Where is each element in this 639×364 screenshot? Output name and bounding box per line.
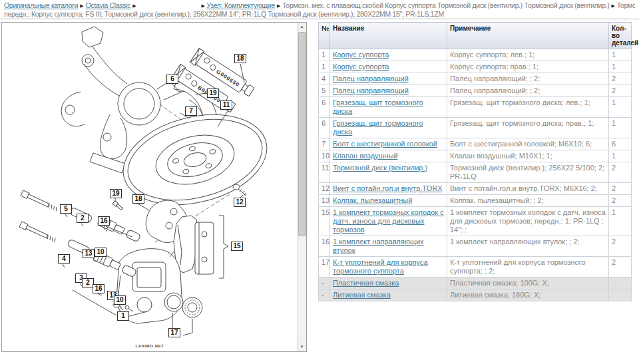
breadcrumb-detail-text: передн.; Корпус суппорта; FS III; Тормоз… bbox=[4, 10, 444, 18]
part-note: К-т уплотнений для корпуса тормозного су… bbox=[447, 257, 609, 277]
header-name: Название bbox=[330, 23, 447, 49]
part-label[interactable]: 18 bbox=[234, 54, 246, 63]
table-row: 4Палец направляющийПалец направляющий; ;… bbox=[319, 73, 632, 85]
table-row: 11Тормозной диск (вентилир.)Тормозной ди… bbox=[319, 162, 632, 183]
breadcrumb-line-1: Оригинальные каталоги▶Octavia Classic▶▶У… bbox=[4, 1, 635, 10]
row-number: 1 bbox=[319, 49, 330, 61]
part-label[interactable]: 16 bbox=[98, 216, 110, 226]
row-number: 16 bbox=[319, 236, 330, 257]
part-label[interactable]: 6 bbox=[166, 75, 178, 84]
watermark: LAXIMO.NET bbox=[2, 344, 298, 348]
diagram-panel: G000650 B000100 bbox=[1, 22, 307, 352]
row-number: 17 bbox=[319, 257, 330, 277]
part-name-link[interactable]: Грязезащ. щит тормозного диска bbox=[333, 119, 423, 136]
table-row: 161 комплект направляющих втулок1 компле… bbox=[319, 236, 632, 257]
part-qty: 1 bbox=[609, 150, 632, 162]
breadcrumb-link-node[interactable]: Узел: Комплектующие bbox=[207, 1, 275, 9]
part-label[interactable]: 17 bbox=[168, 328, 180, 337]
part-label[interactable]: 10 bbox=[95, 248, 106, 257]
breadcrumb-path-text: Тормозн. мех. с плавающ.скобой Корпус су… bbox=[282, 1, 609, 9]
part-name-link[interactable]: Литиевая смазка bbox=[333, 291, 391, 299]
table-row: 1Корпус суппортаКорпус суппорта; прав.; … bbox=[319, 61, 632, 73]
row-number: 6 bbox=[319, 97, 330, 118]
scrollbar-thumb[interactable] bbox=[298, 32, 306, 236]
row-number: - bbox=[319, 289, 330, 301]
part-label[interactable]: 13 bbox=[83, 249, 95, 258]
part-qty: 1 bbox=[609, 118, 632, 138]
part-name-link[interactable]: Клапан воздушный bbox=[333, 152, 398, 160]
breadcrumb-link-model[interactable]: Octavia Classic bbox=[85, 1, 130, 9]
breadcrumb-separator-icon: ▶ bbox=[201, 3, 204, 8]
scroll-down-icon[interactable]: ▼ bbox=[298, 343, 306, 351]
part-label[interactable]: 2 bbox=[77, 214, 89, 223]
part-name-link[interactable]: Колпак, пылезащитный bbox=[333, 196, 412, 204]
part-qty: 1 bbox=[609, 97, 632, 118]
part-label[interactable]: 7 bbox=[185, 106, 197, 116]
row-number: 5 bbox=[319, 85, 330, 97]
diagram-scrollbar[interactable]: ▲ ▼ bbox=[297, 23, 306, 351]
breadcrumb-separator-icon: ▶ bbox=[80, 3, 83, 8]
table-row: 6Грязезащ. щит тормозного дискаГрязезащ.… bbox=[319, 118, 632, 138]
breadcrumb-separator-icon: ▶ bbox=[612, 3, 615, 8]
part-qty: 1 bbox=[609, 207, 632, 236]
scroll-up-icon[interactable]: ▲ bbox=[298, 23, 306, 31]
part-note: Пластичная смазка; 100G; X; bbox=[447, 277, 609, 289]
row-number: 12 bbox=[319, 183, 330, 195]
guide-hardware-upper bbox=[21, 190, 141, 264]
part-label[interactable]: 1 bbox=[117, 311, 129, 321]
brake-pads bbox=[174, 216, 228, 278]
part-qty: 2 bbox=[609, 195, 632, 207]
parts-table: № Название Примечание Кол-во деталей 1Ко… bbox=[318, 22, 632, 301]
part-name-link[interactable]: Грязезащ. щит тормозного диска bbox=[333, 98, 423, 115]
header-qty: Кол-во деталей bbox=[609, 23, 632, 49]
part-label[interactable]: 12 bbox=[234, 198, 246, 207]
part-name-link[interactable]: Корпус суппорта bbox=[333, 63, 389, 71]
table-row: 10Клапан воздушныйКлапан воздушный; M10X… bbox=[319, 150, 632, 162]
breadcrumb-tail-text: Тормозн. мех. с плавающ.скобой; bbox=[617, 1, 635, 9]
breadcrumb-separator-icon: ▶ bbox=[132, 3, 136, 8]
part-note: Палец направляющий; ; 2; bbox=[447, 85, 609, 97]
part-name-link[interactable]: К-т уплотнений для корпуса тормозного су… bbox=[333, 258, 428, 275]
part-name-link[interactable]: 1 комплект направляющих втулок bbox=[333, 238, 424, 254]
breadcrumb-link-catalogs[interactable]: Оригинальные каталоги bbox=[4, 1, 78, 9]
part-name-link[interactable]: Винт с потайн.гол.и внутр.TORX bbox=[333, 184, 443, 192]
part-qty: 1 bbox=[609, 61, 632, 73]
part-note: Корпус суппорта; прав.; 1; bbox=[447, 61, 609, 73]
table-row: 17К-т уплотнений для корпуса тормозного … bbox=[319, 257, 632, 277]
row-number: 4 bbox=[319, 73, 330, 85]
table-row: -Литиевая смазкаЛитиевая смазка; 180G; X… bbox=[319, 289, 632, 301]
table-row: 5Палец направляющийПалец направляющий; ;… bbox=[319, 85, 632, 97]
part-note: Корпус суппорта; лев.; 1; bbox=[447, 49, 609, 61]
part-label[interactable]: 4 bbox=[58, 254, 70, 264]
row-number: - bbox=[319, 277, 330, 289]
table-row: 1Корпус суппортаКорпус суппорта; лев.; 1… bbox=[319, 49, 632, 61]
part-name-link[interactable]: Палец направляющий bbox=[333, 75, 409, 83]
part-qty bbox=[609, 277, 632, 289]
part-qty bbox=[609, 289, 632, 301]
part-label[interactable]: 11 bbox=[220, 100, 232, 110]
row-number: 15 bbox=[319, 207, 330, 236]
part-name-link[interactable]: Палец направляющий bbox=[333, 87, 409, 94]
part-name-link[interactable]: Пластичная смазка bbox=[333, 279, 399, 287]
part-label[interactable]: 18 bbox=[132, 194, 144, 204]
header-number: № bbox=[319, 23, 330, 49]
breadcrumb: Оригинальные каталоги▶Octavia Classic▶▶У… bbox=[0, 0, 639, 19]
part-note: Литиевая смазка; 180G; X; bbox=[447, 289, 609, 301]
disc-screw bbox=[233, 184, 246, 198]
part-name-link[interactable]: Корпус суппорта bbox=[333, 51, 389, 59]
part-label[interactable]: 15 bbox=[231, 242, 243, 251]
part-name-link[interactable]: Болт с шестигранной головкой bbox=[333, 140, 437, 148]
row-number: 11 bbox=[319, 162, 330, 183]
part-name-link[interactable]: 1 комплект тормозных колодок с датч. изн… bbox=[333, 208, 444, 234]
part-label[interactable]: 19 bbox=[207, 89, 219, 98]
part-label[interactable]: 10 bbox=[114, 295, 126, 305]
part-note: Палец направляющий; ; 2; bbox=[447, 73, 609, 85]
part-qty: 2 bbox=[609, 73, 632, 85]
table-row: 151 комплект тормозных колодок с датч. и… bbox=[319, 207, 632, 236]
part-name-link[interactable]: Тормозной диск (вентилир.) bbox=[333, 164, 427, 172]
part-label[interactable]: 19 bbox=[110, 189, 122, 198]
row-number: 10 bbox=[319, 150, 330, 162]
table-row: -Пластичная смазкаПластичная смазка; 100… bbox=[319, 277, 632, 289]
part-label[interactable]: 16 bbox=[93, 284, 105, 293]
part-label[interactable]: 5 bbox=[60, 204, 72, 214]
